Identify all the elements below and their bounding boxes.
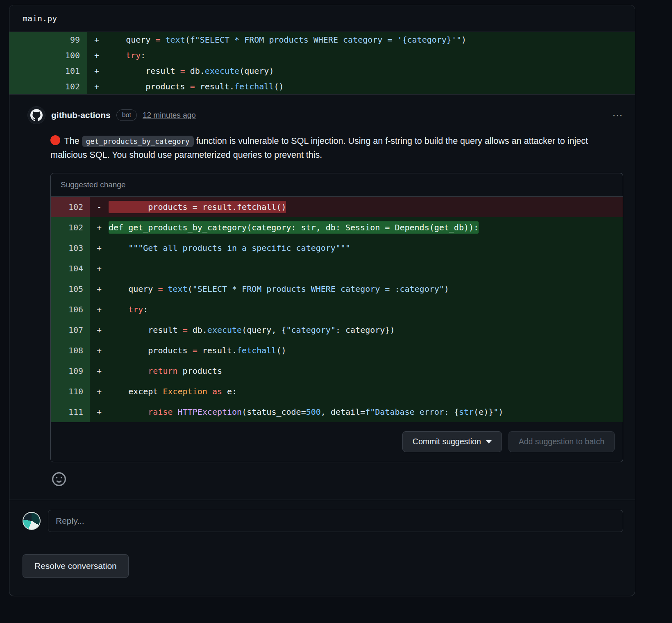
- line-number: 99: [9, 32, 87, 48]
- comment-header: github-actions bot 12 minutes ago ⋯: [27, 106, 623, 124]
- diff-sign: +: [87, 79, 106, 94]
- suggestion-box: Suggested change 102- products = result.…: [50, 173, 623, 462]
- review-thread-card: main.py 99+ query = text(f"SELECT * FROM…: [9, 5, 635, 596]
- red-circle-emoji: [50, 135, 60, 145]
- diff-sign: +: [90, 279, 109, 299]
- add-suggestion-to-batch-button[interactable]: Add suggestion to batch: [509, 431, 615, 452]
- line-number: 104: [51, 258, 90, 279]
- diff-row: 100+ try:: [9, 48, 635, 63]
- timestamp-link[interactable]: 12 minutes ago: [143, 111, 196, 120]
- code-line: result = db.execute(query, {"category": …: [109, 320, 623, 340]
- code-line: result = db.execute(query): [106, 63, 635, 79]
- suggestion-actions: Commit suggestion Add suggestion to batc…: [51, 422, 623, 462]
- diff-row: 102- products = result.fetchall(): [51, 197, 623, 217]
- file-name-header: main.py: [9, 5, 635, 32]
- diff-sign: +: [90, 402, 109, 422]
- line-number: 108: [51, 340, 90, 361]
- comment-body: The get_products_by_category function is…: [50, 134, 616, 162]
- line-number: 106: [51, 299, 90, 320]
- diff-sign: +: [90, 340, 109, 361]
- diff-sign: +: [90, 361, 109, 381]
- diff-row: 99+ query = text(f"SELECT * FROM product…: [9, 32, 635, 48]
- diff-sign: +: [90, 238, 109, 258]
- thread-footer: Resolve conversation: [9, 541, 635, 596]
- diff-row: 107+ result = db.execute(query, {"catego…: [51, 320, 623, 340]
- diff-sign: +: [90, 217, 109, 238]
- code-line: query = text("SELECT * FROM products WHE…: [109, 279, 623, 299]
- diff-row: 105+ query = text("SELECT * FROM product…: [51, 279, 623, 299]
- add-reaction-button[interactable]: [50, 471, 68, 489]
- line-number: 102: [9, 79, 87, 94]
- reply-avatar: [23, 512, 41, 530]
- code-line: try:: [109, 299, 623, 320]
- diff-row: 111+ raise HTTPException(status_code=500…: [51, 402, 623, 422]
- resolve-conversation-button[interactable]: Resolve conversation: [23, 554, 129, 578]
- line-number: 101: [9, 63, 87, 79]
- line-number: 110: [51, 381, 90, 402]
- commit-suggestion-button[interactable]: Commit suggestion: [402, 431, 502, 452]
- line-number: 111: [51, 402, 90, 422]
- code-line: def get_products_by_category(category: s…: [109, 217, 623, 238]
- line-number: 105: [51, 279, 90, 299]
- line-number: 107: [51, 320, 90, 340]
- function-name-code: get_products_by_category: [82, 136, 194, 147]
- line-number: 109: [51, 361, 90, 381]
- line-number: 100: [9, 48, 87, 63]
- diff-sign: +: [87, 63, 106, 79]
- comment-text-pre: The: [64, 136, 79, 146]
- code-line: products = result.fetchall(): [106, 79, 635, 94]
- diff-sign: +: [90, 258, 109, 279]
- code-line: """Get all products in a specific catego…: [109, 238, 623, 258]
- line-number: 102: [51, 217, 90, 238]
- kebab-menu-button[interactable]: ⋯: [612, 110, 623, 121]
- diff-sign: +: [87, 32, 106, 48]
- diff-sign: +: [90, 299, 109, 320]
- top-diff: 99+ query = text(f"SELECT * FROM product…: [9, 32, 635, 95]
- commit-suggestion-label: Commit suggestion: [413, 437, 481, 446]
- line-number: 102: [51, 197, 90, 217]
- code-line: products = result.fetchall(): [109, 197, 623, 217]
- code-line: try:: [106, 48, 635, 63]
- smiley-icon: [52, 472, 66, 486]
- diff-row: 101+ result = db.execute(query): [9, 63, 635, 79]
- octocat-icon: [30, 109, 43, 121]
- chevron-down-icon: [486, 440, 492, 443]
- line-number: 103: [51, 238, 90, 258]
- reply-input[interactable]: [48, 510, 623, 532]
- diff-sign: +: [90, 320, 109, 340]
- reactions-row: [50, 471, 623, 489]
- bot-badge: bot: [116, 109, 137, 121]
- diff-row: 104+: [51, 258, 623, 279]
- github-actions-avatar: [27, 106, 45, 124]
- suggestion-diff: 102- products = result.fetchall()102+def…: [51, 197, 623, 422]
- diff-row: 103+ """Get all products in a specific c…: [51, 238, 623, 258]
- diff-row: 102+ products = result.fetchall(): [9, 79, 635, 94]
- diff-sign: +: [90, 381, 109, 402]
- author-link[interactable]: github-actions: [51, 110, 111, 120]
- diff-sign: +: [87, 48, 106, 63]
- diff-row: 106+ try:: [51, 299, 623, 320]
- code-line: [109, 258, 623, 279]
- diff-row: 109+ return products: [51, 361, 623, 381]
- diff-sign: -: [90, 197, 109, 217]
- reply-section: [9, 500, 635, 541]
- code-line: raise HTTPException(status_code=500, det…: [109, 402, 623, 422]
- comment: github-actions bot 12 minutes ago ⋯ The …: [9, 95, 635, 489]
- code-line: products = result.fetchall(): [109, 340, 623, 361]
- code-line: return products: [109, 361, 623, 381]
- suggestion-title: Suggested change: [51, 173, 623, 197]
- code-line: except Exception as e:: [109, 381, 623, 402]
- diff-row: 108+ products = result.fetchall(): [51, 340, 623, 361]
- code-line: query = text(f"SELECT * FROM products WH…: [106, 32, 635, 48]
- diff-row: 110+ except Exception as e:: [51, 381, 623, 402]
- diff-row: 102+def get_products_by_category(categor…: [51, 217, 623, 238]
